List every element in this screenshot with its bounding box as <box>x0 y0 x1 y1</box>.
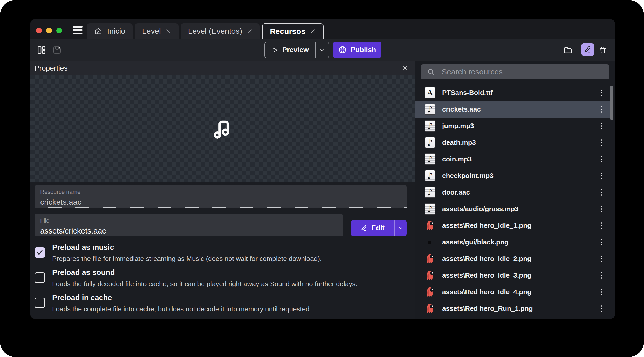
maximize-window-button[interactable] <box>56 28 62 33</box>
edit-mode-toggle-button[interactable] <box>581 43 594 56</box>
publish-button[interactable]: Publish <box>333 42 381 58</box>
resource-list-item[interactable]: assets/gui/black.png <box>415 234 610 250</box>
resource-list-item[interactable]: ♪ jump.mp3 <box>415 118 610 134</box>
preview-button-main[interactable]: Preview <box>265 42 315 58</box>
app-window: Inicio Level Level (Eventos) <box>30 19 615 319</box>
music-note-icon <box>210 115 235 140</box>
resource-name: PTSans-Bold.ttf <box>442 89 493 97</box>
close-properties-icon[interactable] <box>402 65 408 72</box>
resources-scrollbar[interactable] <box>610 86 613 120</box>
resource-thumbnail: ♪ <box>424 187 436 198</box>
resource-options-icon[interactable] <box>600 237 604 247</box>
properties-form: Resource name crickets.aac File assets/c… <box>30 182 415 319</box>
resource-options-icon[interactable] <box>600 254 604 264</box>
save-icon[interactable] <box>53 46 61 54</box>
checkbox[interactable] <box>35 247 45 258</box>
tab-label: Level (Eventos) <box>188 27 242 36</box>
search-input[interactable] <box>442 67 604 76</box>
minimize-window-button[interactable] <box>46 28 52 33</box>
resource-list-item[interactable]: assets\Red hero_Run_1.png <box>415 300 610 317</box>
properties-header: Properties <box>30 61 415 75</box>
resource-list-item[interactable]: ♪ coin.mp3 <box>415 151 610 167</box>
chevron-down-icon <box>398 226 403 230</box>
resource-options-icon[interactable] <box>600 121 604 131</box>
resource-options-icon[interactable] <box>600 221 604 230</box>
resource-options-icon[interactable] <box>600 188 604 197</box>
resource-name: assets/audio/grass.mp3 <box>442 205 519 213</box>
resource-list-item[interactable]: ♪ crickets.aac <box>415 101 610 118</box>
file-label: File <box>40 217 343 224</box>
resource-thumbnail <box>424 286 436 298</box>
trash-icon[interactable] <box>598 46 607 54</box>
tab-close-icon[interactable] <box>166 28 171 34</box>
tab[interactable]: Level (Eventos) <box>181 23 260 39</box>
resource-name: door.aac <box>442 188 470 196</box>
checkbox[interactable] <box>35 298 45 308</box>
tab-close-icon[interactable] <box>247 28 252 34</box>
main-content: Properties Resource name cricke <box>30 61 615 319</box>
tab-close-icon[interactable] <box>310 29 316 34</box>
red-hero-sprite-icon <box>425 220 435 231</box>
resource-list-item[interactable]: ♪ checkpoint.mp3 <box>415 167 610 184</box>
resource-list-item[interactable]: assets\Red hero_Idle_2.png <box>415 250 610 267</box>
open-folder-icon[interactable] <box>564 46 572 54</box>
home-icon <box>94 27 102 35</box>
resource-list-item[interactable]: assets\Red hero_Idle_1.png <box>415 217 610 234</box>
edit-file-dropdown-button[interactable] <box>394 220 407 236</box>
resource-name-field[interactable]: Resource name crickets.aac <box>35 185 407 208</box>
preload-option: Preload in cache Loads the complete file… <box>35 293 410 313</box>
resource-thumbnail: ♪ <box>424 170 436 181</box>
resource-list-item[interactable]: ♪ assets/audio/grass.mp3 <box>415 201 610 217</box>
red-hero-sprite-icon <box>425 303 435 314</box>
option-description: Prepares the file for immediate streamin… <box>52 255 322 263</box>
search-resources-box[interactable] <box>421 64 609 79</box>
project-manager-icon[interactable] <box>37 46 46 54</box>
toolbar: Preview Publish <box>30 39 615 61</box>
publish-button-label: Publish <box>351 46 376 54</box>
resources-panel: A PTSans-Bold.ttf <box>415 61 615 319</box>
resource-options-icon[interactable] <box>600 271 604 280</box>
resource-list-item[interactable]: assets\Red hero_Idle_4.png <box>415 284 610 300</box>
resource-name: checkpoint.mp3 <box>442 172 494 180</box>
black-image-icon <box>428 241 431 244</box>
edit-file-button[interactable]: Edit <box>351 220 407 236</box>
edit-file-button-main[interactable]: Edit <box>351 220 394 236</box>
resource-list-item[interactable]: A PTSans-Bold.ttf <box>415 84 610 101</box>
resource-options-icon[interactable] <box>600 204 604 214</box>
preload-options: Preload as music Prepares the file for i… <box>35 243 410 313</box>
red-hero-sprite-icon <box>425 253 435 264</box>
resource-options-icon[interactable] <box>600 287 604 297</box>
tab[interactable]: Recursos <box>262 23 324 39</box>
resource-thumbnail <box>424 253 436 264</box>
resource-list-item[interactable]: assets\Red hero_Idle_3.png <box>415 267 610 284</box>
close-window-button[interactable] <box>36 28 42 33</box>
resource-options-icon[interactable] <box>600 138 604 147</box>
check-icon <box>36 249 44 256</box>
tab[interactable]: Inicio <box>87 23 133 39</box>
tab-label: Recursos <box>270 27 305 36</box>
resource-thumbnail <box>424 270 436 281</box>
resource-options-icon[interactable] <box>600 88 604 98</box>
file-field[interactable]: File assets/crickets.aac <box>35 214 343 236</box>
resource-thumbnail: ♪ <box>424 137 436 148</box>
resource-options-icon[interactable] <box>600 304 604 313</box>
tab-label: Inicio <box>107 27 125 36</box>
resource-name: crickets.aac <box>442 105 481 113</box>
resource-name: jump.mp3 <box>442 122 474 130</box>
audio-file-icon: ♪ <box>425 203 435 215</box>
resource-thumbnail: A <box>424 87 436 98</box>
tab[interactable]: Level <box>135 23 179 39</box>
preview-button[interactable]: Preview <box>264 42 329 58</box>
checkbox[interactable] <box>35 272 45 283</box>
option-text: Preload as music Prepares the file for i… <box>52 243 322 263</box>
preview-dropdown-button[interactable] <box>315 42 329 58</box>
resource-list: A PTSans-Bold.ttf <box>415 84 610 317</box>
pencil-icon <box>584 45 592 54</box>
resource-list-item[interactable]: ♪ door.aac <box>415 184 610 201</box>
resource-options-icon[interactable] <box>600 154 604 164</box>
main-menu-icon[interactable] <box>73 26 83 34</box>
resource-name: assets\Red hero_Idle_2.png <box>442 255 531 263</box>
resource-list-item[interactable]: ♪ death.mp3 <box>415 134 610 151</box>
resource-options-icon[interactable] <box>600 105 604 114</box>
resource-options-icon[interactable] <box>600 171 604 181</box>
